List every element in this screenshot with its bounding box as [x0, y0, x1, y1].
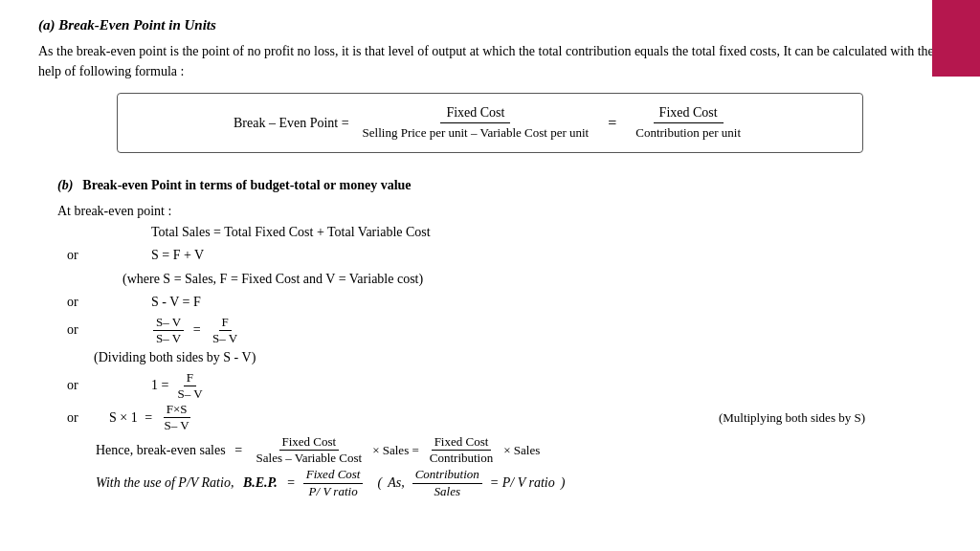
frac-sv-sv: S– V S– V [153, 316, 184, 346]
hence-frac1: Fixed Cost Sales – Variable Cost [254, 435, 366, 466]
at-break: At break-even point : [38, 204, 942, 219]
multiplying-note: (Multiplying both sides by S) [194, 408, 942, 429]
fraction-1: Fixed Cost Selling Price per unit – Vari… [357, 105, 595, 141]
frac1-numerator: Fixed Cost [440, 105, 510, 123]
as-note: As, [388, 475, 405, 491]
line-dividing: (Dividing both sides by S - V) [38, 347, 942, 368]
section-a-heading: (a) Break-Even Point in Units [38, 17, 942, 33]
line-frac-sv: or S– V S– V = F S– V [38, 316, 942, 346]
frac2-numerator: Fixed Cost [654, 105, 724, 123]
frac-fxs-sv: F×S S– V [162, 403, 192, 433]
with-label: With the use of P/V Ratio, [96, 475, 234, 491]
hence-label: Hence, break-even sales [96, 443, 226, 458]
bep-label: B.E.P. [239, 475, 277, 491]
line-total-sales: Total Sales = Total Fixed Cost + Total V… [38, 222, 942, 243]
as-frac: Contribution Sales [412, 468, 482, 498]
formula-box: Break – Even Point = Fixed Cost Selling … [117, 93, 863, 153]
section-b-heading-text: Break-even Point in terms of budget-tota… [82, 178, 411, 193]
page-container: (a) Break-Even Point in Units As the bre… [0, 0, 980, 551]
line-1-fsv: or 1 = F S– V [38, 371, 942, 402]
line-sxs: or S × 1 = F×S S– V (Multiplying both si… [38, 403, 942, 433]
as-eq: = P/ V ratio [490, 475, 555, 491]
formula-lhs: Break – Even Point = [234, 116, 349, 131]
fraction-2: Fixed Cost Contribution per unit [630, 105, 746, 141]
equals-sign: = [602, 115, 622, 132]
frac1-denominator: Selling Price per unit – Variable Cost p… [357, 123, 595, 141]
content-lines: Total Sales = Total Fixed Cost + Total V… [38, 222, 942, 433]
line-s-f-v: or S = F + V [38, 245, 942, 266]
line-s-v-f: or S - V = F [38, 292, 942, 313]
frac2-denominator: Contribution per unit [630, 123, 746, 141]
intro-text: As the break-even point is the point of … [38, 41, 942, 81]
frac-f-sv: F S– V [210, 316, 240, 346]
accent-bar [932, 0, 980, 77]
with-frac: Fixed Cost P/ V ratio [303, 468, 364, 498]
hence-frac2: Fixed Cost Contribution [427, 435, 496, 466]
hence-line: Hence, break-even sales = Fixed Cost Sal… [38, 435, 942, 466]
with-line: With the use of P/V Ratio, B.E.P. = Fixe… [38, 468, 942, 498]
section-b-heading-b: (b) [57, 178, 73, 193]
frac-f-sv2: F S– V [174, 371, 205, 402]
line-where: (where S = Sales, F = Fixed Cost and V =… [38, 269, 942, 290]
